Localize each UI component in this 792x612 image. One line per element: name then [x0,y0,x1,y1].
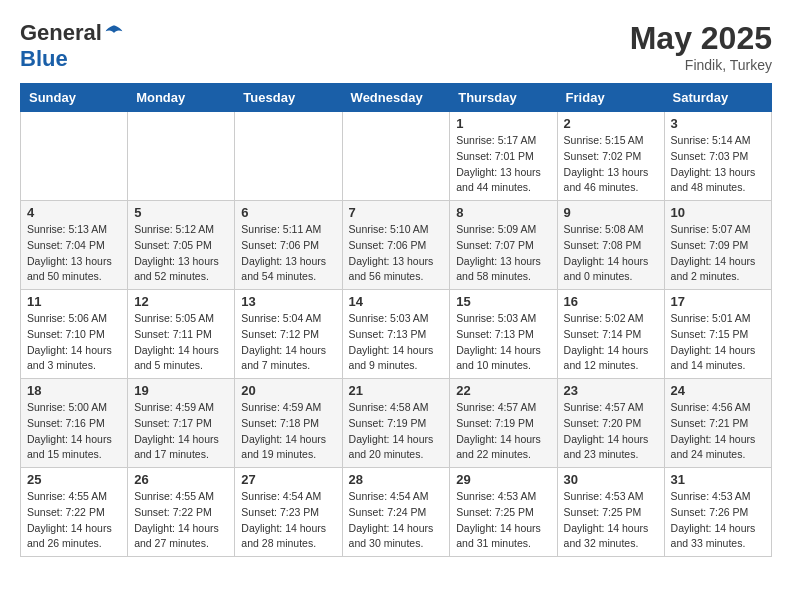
calendar-cell [128,112,235,201]
day-info: Sunrise: 4:53 AMSunset: 7:26 PMDaylight:… [671,489,765,552]
calendar-cell: 16Sunrise: 5:02 AMSunset: 7:14 PMDayligh… [557,290,664,379]
calendar-week-row: 4Sunrise: 5:13 AMSunset: 7:04 PMDaylight… [21,201,772,290]
day-info: Sunrise: 4:54 AMSunset: 7:24 PMDaylight:… [349,489,444,552]
day-number: 18 [27,383,121,398]
day-number: 27 [241,472,335,487]
day-number: 20 [241,383,335,398]
calendar-cell: 22Sunrise: 4:57 AMSunset: 7:19 PMDayligh… [450,379,557,468]
day-info: Sunrise: 5:13 AMSunset: 7:04 PMDaylight:… [27,222,121,285]
day-info: Sunrise: 5:06 AMSunset: 7:10 PMDaylight:… [27,311,121,374]
calendar-week-row: 1Sunrise: 5:17 AMSunset: 7:01 PMDaylight… [21,112,772,201]
weekday-header-sunday: Sunday [21,84,128,112]
calendar-cell: 19Sunrise: 4:59 AMSunset: 7:17 PMDayligh… [128,379,235,468]
day-info: Sunrise: 5:04 AMSunset: 7:12 PMDaylight:… [241,311,335,374]
day-info: Sunrise: 4:53 AMSunset: 7:25 PMDaylight:… [564,489,658,552]
weekday-header-saturday: Saturday [664,84,771,112]
calendar-cell: 20Sunrise: 4:59 AMSunset: 7:18 PMDayligh… [235,379,342,468]
weekday-header-monday: Monday [128,84,235,112]
calendar-cell [342,112,450,201]
day-number: 5 [134,205,228,220]
calendar-table: SundayMondayTuesdayWednesdayThursdayFrid… [20,83,772,557]
day-info: Sunrise: 5:08 AMSunset: 7:08 PMDaylight:… [564,222,658,285]
day-number: 2 [564,116,658,131]
calendar-cell: 23Sunrise: 4:57 AMSunset: 7:20 PMDayligh… [557,379,664,468]
day-info: Sunrise: 5:14 AMSunset: 7:03 PMDaylight:… [671,133,765,196]
calendar-cell: 8Sunrise: 5:09 AMSunset: 7:07 PMDaylight… [450,201,557,290]
calendar-week-row: 11Sunrise: 5:06 AMSunset: 7:10 PMDayligh… [21,290,772,379]
day-number: 14 [349,294,444,309]
calendar-cell: 2Sunrise: 5:15 AMSunset: 7:02 PMDaylight… [557,112,664,201]
weekday-header-thursday: Thursday [450,84,557,112]
day-info: Sunrise: 5:17 AMSunset: 7:01 PMDaylight:… [456,133,550,196]
calendar-cell: 15Sunrise: 5:03 AMSunset: 7:13 PMDayligh… [450,290,557,379]
day-info: Sunrise: 5:03 AMSunset: 7:13 PMDaylight:… [349,311,444,374]
location-subtitle: Findik, Turkey [630,57,772,73]
calendar-cell: 13Sunrise: 5:04 AMSunset: 7:12 PMDayligh… [235,290,342,379]
calendar-cell: 12Sunrise: 5:05 AMSunset: 7:11 PMDayligh… [128,290,235,379]
calendar-cell: 1Sunrise: 5:17 AMSunset: 7:01 PMDaylight… [450,112,557,201]
calendar-cell: 25Sunrise: 4:55 AMSunset: 7:22 PMDayligh… [21,468,128,557]
day-info: Sunrise: 4:58 AMSunset: 7:19 PMDaylight:… [349,400,444,463]
day-number: 10 [671,205,765,220]
day-number: 7 [349,205,444,220]
day-number: 17 [671,294,765,309]
day-number: 31 [671,472,765,487]
day-info: Sunrise: 4:55 AMSunset: 7:22 PMDaylight:… [134,489,228,552]
title-block: May 2025 Findik, Turkey [630,20,772,73]
calendar-cell: 6Sunrise: 5:11 AMSunset: 7:06 PMDaylight… [235,201,342,290]
calendar-cell: 7Sunrise: 5:10 AMSunset: 7:06 PMDaylight… [342,201,450,290]
calendar-cell: 21Sunrise: 4:58 AMSunset: 7:19 PMDayligh… [342,379,450,468]
calendar-cell: 24Sunrise: 4:56 AMSunset: 7:21 PMDayligh… [664,379,771,468]
day-number: 21 [349,383,444,398]
day-info: Sunrise: 5:01 AMSunset: 7:15 PMDaylight:… [671,311,765,374]
logo-blue-text: Blue [20,46,68,72]
calendar-cell [235,112,342,201]
day-info: Sunrise: 5:09 AMSunset: 7:07 PMDaylight:… [456,222,550,285]
logo-bird-icon [104,23,124,43]
day-info: Sunrise: 5:05 AMSunset: 7:11 PMDaylight:… [134,311,228,374]
calendar-cell: 28Sunrise: 4:54 AMSunset: 7:24 PMDayligh… [342,468,450,557]
day-number: 26 [134,472,228,487]
page-header: General Blue May 2025 Findik, Turkey [20,20,772,73]
calendar-cell: 11Sunrise: 5:06 AMSunset: 7:10 PMDayligh… [21,290,128,379]
day-number: 19 [134,383,228,398]
weekday-header-friday: Friday [557,84,664,112]
day-number: 3 [671,116,765,131]
weekday-header-wednesday: Wednesday [342,84,450,112]
day-number: 25 [27,472,121,487]
day-info: Sunrise: 4:56 AMSunset: 7:21 PMDaylight:… [671,400,765,463]
day-info: Sunrise: 4:57 AMSunset: 7:20 PMDaylight:… [564,400,658,463]
day-info: Sunrise: 5:11 AMSunset: 7:06 PMDaylight:… [241,222,335,285]
day-number: 8 [456,205,550,220]
day-number: 4 [27,205,121,220]
calendar-week-row: 25Sunrise: 4:55 AMSunset: 7:22 PMDayligh… [21,468,772,557]
day-info: Sunrise: 4:53 AMSunset: 7:25 PMDaylight:… [456,489,550,552]
calendar-cell: 10Sunrise: 5:07 AMSunset: 7:09 PMDayligh… [664,201,771,290]
day-number: 11 [27,294,121,309]
day-number: 6 [241,205,335,220]
day-info: Sunrise: 5:15 AMSunset: 7:02 PMDaylight:… [564,133,658,196]
calendar-week-row: 18Sunrise: 5:00 AMSunset: 7:16 PMDayligh… [21,379,772,468]
day-info: Sunrise: 5:10 AMSunset: 7:06 PMDaylight:… [349,222,444,285]
calendar-cell: 17Sunrise: 5:01 AMSunset: 7:15 PMDayligh… [664,290,771,379]
calendar-cell [21,112,128,201]
calendar-cell: 18Sunrise: 5:00 AMSunset: 7:16 PMDayligh… [21,379,128,468]
calendar-cell: 26Sunrise: 4:55 AMSunset: 7:22 PMDayligh… [128,468,235,557]
calendar-cell: 3Sunrise: 5:14 AMSunset: 7:03 PMDaylight… [664,112,771,201]
calendar-cell: 4Sunrise: 5:13 AMSunset: 7:04 PMDaylight… [21,201,128,290]
day-number: 24 [671,383,765,398]
month-year-title: May 2025 [630,20,772,57]
day-number: 28 [349,472,444,487]
calendar-cell: 30Sunrise: 4:53 AMSunset: 7:25 PMDayligh… [557,468,664,557]
calendar-cell: 9Sunrise: 5:08 AMSunset: 7:08 PMDaylight… [557,201,664,290]
day-number: 22 [456,383,550,398]
day-number: 12 [134,294,228,309]
day-info: Sunrise: 5:00 AMSunset: 7:16 PMDaylight:… [27,400,121,463]
logo-general-text: General [20,20,102,46]
day-info: Sunrise: 4:55 AMSunset: 7:22 PMDaylight:… [27,489,121,552]
day-info: Sunrise: 4:57 AMSunset: 7:19 PMDaylight:… [456,400,550,463]
day-info: Sunrise: 5:07 AMSunset: 7:09 PMDaylight:… [671,222,765,285]
calendar-cell: 14Sunrise: 5:03 AMSunset: 7:13 PMDayligh… [342,290,450,379]
day-info: Sunrise: 5:02 AMSunset: 7:14 PMDaylight:… [564,311,658,374]
calendar-cell: 31Sunrise: 4:53 AMSunset: 7:26 PMDayligh… [664,468,771,557]
